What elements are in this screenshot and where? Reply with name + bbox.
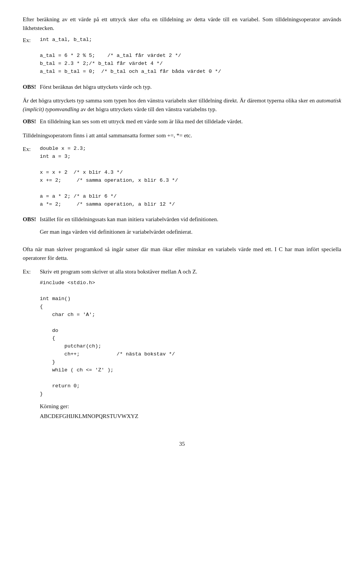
obs-block-3: OBS! Istället för en tilldelningssats ka… xyxy=(23,215,341,240)
obs3-text2: Ger man inga värden vid definitionen är … xyxy=(40,228,341,236)
obs-text-2: En tilldelning kan ses som ett uttryck m… xyxy=(40,117,341,126)
code-block-3: #include <stdio.h> int main() { char ch … xyxy=(40,279,341,398)
obs3-text1: Istället för en tilldelningssats kan man… xyxy=(40,215,341,224)
ex-label-1: Ex: xyxy=(23,36,40,45)
page-footer: 35 xyxy=(23,440,341,448)
obs-block-2: OBS! En tilldelning kan ses som ett uttr… xyxy=(23,117,341,126)
tilldel-para: Tilldelningsoperatorn finns i att antal … xyxy=(23,131,341,140)
output-text: ABCDEFGHIJKLMNOPQRSTUVWXYZ xyxy=(40,412,341,421)
para-3: Ofta när man skriver programkod så ingår… xyxy=(23,245,341,262)
code-block-2: double x = 2.3; int a = 3; x = x + 2 /* … xyxy=(40,145,341,208)
para2-b: Är däremot typerna olika sker en xyxy=(240,97,316,104)
run-label: Körning ger: xyxy=(40,402,341,411)
obs-content-3: Istället för en tilldelningssats kan man… xyxy=(40,215,341,240)
obs-label-1: OBS! xyxy=(23,83,40,91)
ex-content-1: int a_tal, b_tal; a_tal = 6 * 2 % 5; /* … xyxy=(40,36,341,77)
para2-a: Är det högra uttryckets typ samma som ty… xyxy=(23,97,238,104)
obs-text-1: Först beräknas det högra uttyckets värde… xyxy=(40,83,341,91)
para-2: Är det högra uttryckets typ samma som ty… xyxy=(23,96,341,113)
example-block-2: Ex: double x = 2.3; int a = 3; x = x + 2… xyxy=(23,145,341,210)
obs-label-3: OBS! xyxy=(23,215,40,224)
para2-c: av det högra uttryckets värde till den v… xyxy=(79,106,217,112)
ex-label-3: Ex: xyxy=(23,267,40,276)
ex-content-3: Skriv ett program som skriver ut alla st… xyxy=(40,267,341,424)
example-block-3: Ex: Skriv ett program som skriver ut all… xyxy=(23,267,341,424)
page-content: Efter beräkning av ett värde på ett uttr… xyxy=(23,15,341,448)
example-block-1: Ex: int a_tal, b_tal; a_tal = 6 * 2 % 5;… xyxy=(23,36,341,77)
code-block-1: int a_tal, b_tal; a_tal = 6 * 2 % 5; /* … xyxy=(40,36,341,76)
page-number: 35 xyxy=(179,441,185,447)
obs-block-1: OBS! Först beräknas det högra uttyckets … xyxy=(23,83,341,91)
ex3-desc: Skriv ett program som skriver ut alla st… xyxy=(40,267,341,276)
ex-content-2: double x = 2.3; int a = 3; x = x + 2 /* … xyxy=(40,145,341,210)
obs-label-2: OBS! xyxy=(23,117,40,126)
intro-para1: Efter beräkning av ett värde på ett uttr… xyxy=(23,15,341,32)
ex-label-2: Ex: xyxy=(23,145,40,154)
